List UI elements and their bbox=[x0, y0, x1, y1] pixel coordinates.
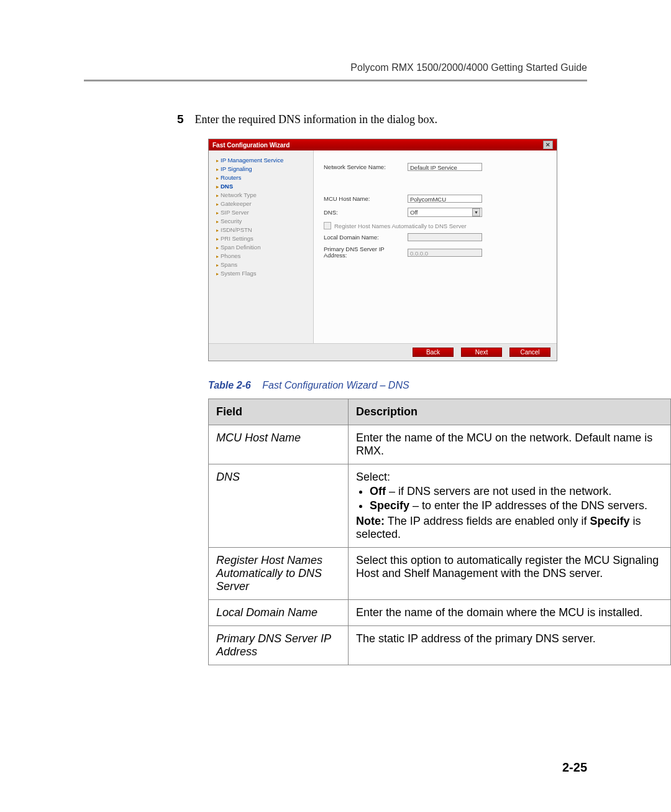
description-cell: Select:Off – if DNS servers are not used… bbox=[349, 464, 671, 548]
step-text: Enter the required DNS information in th… bbox=[195, 113, 437, 126]
sidebar-item-phones[interactable]: ▸Phones bbox=[211, 251, 311, 260]
dns-select[interactable]: Off ▼ bbox=[408, 208, 482, 217]
page-header: Polycom RMX 1500/2000/4000 Getting Start… bbox=[84, 62, 587, 73]
description-cell: Select this option to automatically regi… bbox=[349, 548, 671, 600]
field-cell: Local Domain Name bbox=[209, 600, 349, 626]
th-field: Field bbox=[209, 399, 349, 425]
mcu-host-label: MCU Host Name: bbox=[324, 195, 408, 202]
chevron-right-icon: ▸ bbox=[216, 210, 219, 216]
sidebar-item-isdn-pstn[interactable]: ▸ISDN/PSTN bbox=[211, 225, 311, 234]
chevron-right-icon: ▸ bbox=[216, 175, 219, 181]
description-cell: Enter the name of the domain where the M… bbox=[349, 600, 671, 626]
sidebar-item-system-flags[interactable]: ▸System Flags bbox=[211, 269, 311, 277]
description-cell: Enter the name of the MCU on the network… bbox=[349, 425, 671, 464]
primary-dns-label: Primary DNS Server IP Address: bbox=[324, 246, 408, 259]
chevron-right-icon: ▸ bbox=[216, 236, 219, 242]
chevron-right-icon: ▸ bbox=[216, 228, 219, 233]
chevron-right-icon: ▸ bbox=[216, 254, 219, 259]
network-service-label: Network Service Name: bbox=[324, 164, 408, 170]
table-caption-text: Fast Configuration Wizard – DNS bbox=[262, 380, 409, 390]
register-label: Register Host Names Automatically to DNS… bbox=[334, 223, 467, 229]
field-cell: DNS bbox=[209, 464, 349, 548]
chevron-right-icon: ▸ bbox=[216, 271, 219, 277]
chevron-right-icon: ▸ bbox=[216, 193, 219, 198]
sidebar-item-network-type[interactable]: ▸Network Type bbox=[211, 190, 311, 199]
field-cell: Register Host Names Automatically to DNS… bbox=[209, 548, 349, 600]
field-cell: Primary DNS Server IP Address bbox=[209, 626, 349, 665]
dns-label: DNS: bbox=[324, 209, 408, 216]
local-domain-label: Local Domain Name: bbox=[324, 234, 408, 241]
chevron-right-icon: ▸ bbox=[216, 201, 219, 207]
chevron-right-icon: ▸ bbox=[216, 167, 219, 172]
dialog-titlebar: Fast Configuration Wizard ✕ bbox=[209, 139, 557, 150]
page-number: 2-25 bbox=[562, 760, 587, 775]
sidebar-item-ip-management[interactable]: ▸IP Management Service bbox=[211, 155, 311, 164]
cancel-button[interactable]: Cancel bbox=[509, 348, 550, 357]
next-button[interactable]: Next bbox=[461, 348, 502, 357]
dialog-screenshot: Fast Configuration Wizard ✕ ▸IP Manageme… bbox=[208, 139, 587, 361]
field-cell: MCU Host Name bbox=[209, 425, 349, 464]
sidebar-item-routers[interactable]: ▸Routers bbox=[211, 173, 311, 182]
mcu-host-input[interactable]: PolycomMCU bbox=[408, 195, 482, 203]
sidebar-item-security[interactable]: ▸Security bbox=[211, 216, 311, 225]
config-wizard-dialog: Fast Configuration Wizard ✕ ▸IP Manageme… bbox=[208, 139, 557, 361]
table-caption: Table 2-6 Fast Configuration Wizard – DN… bbox=[208, 380, 587, 391]
table-row: Local Domain NameEnter the name of the d… bbox=[209, 600, 671, 626]
sidebar-item-gatekeeper[interactable]: ▸Gatekeeper bbox=[211, 199, 311, 208]
dialog-form: Network Service Name: Default IP Service… bbox=[314, 150, 557, 343]
description-cell: The static IP address of the primary DNS… bbox=[349, 626, 671, 665]
local-domain-input[interactable] bbox=[408, 233, 482, 241]
table-row: Primary DNS Server IP AddressThe static … bbox=[209, 626, 671, 665]
step-number: 5 bbox=[177, 113, 184, 126]
register-checkbox[interactable] bbox=[324, 222, 331, 229]
step-line: 5 Enter the required DNS information in … bbox=[177, 113, 581, 126]
table-row: Register Host Names Automatically to DNS… bbox=[209, 548, 671, 600]
chevron-right-icon: ▸ bbox=[216, 184, 219, 190]
chevron-down-icon: ▼ bbox=[472, 208, 480, 216]
dialog-title-text: Fast Configuration Wizard bbox=[212, 142, 290, 149]
table-row: DNSSelect:Off – if DNS servers are not u… bbox=[209, 464, 671, 548]
header-rule bbox=[84, 80, 587, 81]
primary-dns-input[interactable]: 0.0.0.0 bbox=[408, 249, 482, 257]
network-service-input[interactable]: Default IP Service bbox=[408, 163, 482, 171]
sidebar-item-pri-settings[interactable]: ▸PRI Settings bbox=[211, 234, 311, 242]
chevron-right-icon: ▸ bbox=[216, 245, 219, 251]
dialog-footer: Back Next Cancel bbox=[209, 343, 557, 361]
back-button[interactable]: Back bbox=[413, 348, 454, 357]
sidebar-item-sip-server[interactable]: ▸SIP Server bbox=[211, 208, 311, 216]
table-row: MCU Host NameEnter the name of the MCU o… bbox=[209, 425, 671, 464]
chevron-right-icon: ▸ bbox=[216, 219, 219, 224]
chevron-right-icon: ▸ bbox=[216, 262, 219, 268]
sidebar-item-ip-signaling[interactable]: ▸IP Signaling bbox=[211, 164, 311, 173]
table-caption-label: Table 2-6 bbox=[208, 380, 251, 390]
dialog-sidebar: ▸IP Management Service ▸IP Signaling ▸Ro… bbox=[209, 150, 314, 343]
sidebar-item-dns[interactable]: ▸DNS bbox=[211, 182, 311, 190]
th-description: Description bbox=[349, 399, 671, 425]
sidebar-item-spans[interactable]: ▸Spans bbox=[211, 260, 311, 269]
sidebar-item-span-definition[interactable]: ▸Span Definition bbox=[211, 242, 311, 251]
close-icon[interactable]: ✕ bbox=[543, 141, 553, 149]
chevron-right-icon: ▸ bbox=[216, 158, 219, 164]
dns-fields-table: Field Description MCU Host NameEnter the… bbox=[208, 399, 671, 665]
